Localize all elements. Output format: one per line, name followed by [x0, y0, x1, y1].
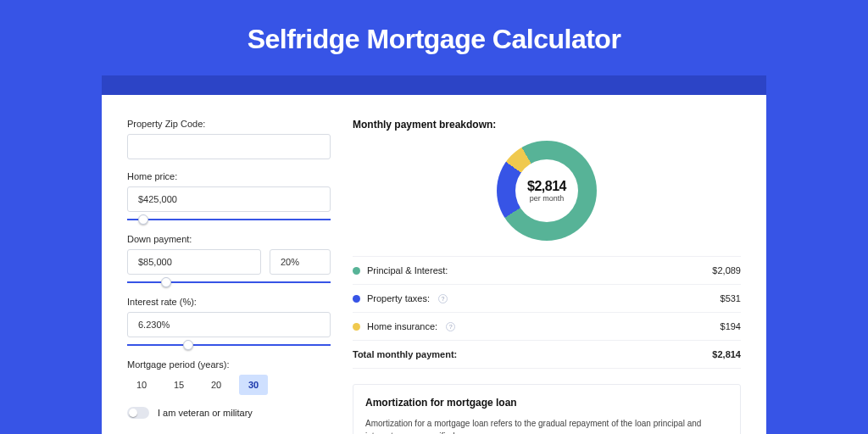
- down-payment-pct-input[interactable]: [270, 249, 331, 275]
- amortization-title: Amortization for mortgage loan: [365, 397, 728, 409]
- card-shadow-strip: [102, 75, 766, 96]
- legend-value: $531: [721, 293, 741, 303]
- breakdown-title: Monthly payment breakdown:: [353, 119, 741, 131]
- page-title: Selfridge Mortgage Calculator: [0, 0, 868, 75]
- interest-rate-slider[interactable]: [127, 339, 331, 351]
- legend-row: Home insurance:?$194: [353, 313, 741, 341]
- down-payment-input[interactable]: [127, 249, 261, 275]
- legend-dot: [353, 323, 360, 331]
- interest-rate-input[interactable]: [127, 312, 331, 337]
- period-option-20[interactable]: 20: [202, 375, 231, 395]
- info-icon[interactable]: ?: [438, 294, 448, 303]
- info-icon[interactable]: ?: [446, 322, 455, 331]
- legend: Principal & Interest:$2,089Property taxe…: [353, 256, 741, 369]
- period-option-30[interactable]: 30: [239, 375, 268, 395]
- legend-label: Home insurance:: [367, 321, 437, 331]
- down-payment-label: Down payment:: [127, 234, 331, 244]
- home-price-input[interactable]: [127, 186, 331, 212]
- home-price-label: Home price:: [127, 171, 331, 181]
- amortization-body: Amortization for a mortgage loan refers …: [365, 417, 728, 434]
- inputs-column: Property Zip Code: Home price: Down paym…: [127, 119, 331, 434]
- amortization-box: Amortization for mortgage loan Amortizat…: [353, 384, 741, 434]
- donut-amount: $2,814: [527, 179, 566, 194]
- down-payment-slider[interactable]: [127, 276, 331, 288]
- legend-label: Principal & Interest:: [367, 265, 448, 275]
- veteran-toggle[interactable]: [127, 407, 149, 419]
- legend-total-label: Total monthly payment:: [353, 349, 457, 359]
- calculator-card: Property Zip Code: Home price: Down paym…: [102, 95, 766, 434]
- zip-label: Property Zip Code:: [127, 119, 331, 129]
- breakdown-column: Monthly payment breakdown: $2,814 per mo…: [353, 119, 741, 434]
- interest-rate-slider-thumb[interactable]: [183, 340, 193, 350]
- legend-value: $194: [721, 321, 741, 331]
- legend-total-row: Total monthly payment:$2,814: [353, 341, 741, 369]
- down-payment-slider-thumb[interactable]: [161, 277, 171, 287]
- legend-label: Property taxes:: [367, 293, 430, 303]
- period-option-15[interactable]: 15: [164, 375, 193, 395]
- legend-dot: [353, 295, 360, 303]
- donut-chart-wrap: $2,814 per month: [353, 141, 741, 241]
- legend-row: Property taxes:?$531: [353, 285, 741, 313]
- period-label: Mortgage period (years):: [127, 359, 331, 370]
- veteran-label: I am veteran or military: [158, 408, 253, 418]
- legend-value: $2,089: [712, 265, 741, 275]
- home-price-slider[interactable]: [127, 214, 331, 225]
- legend-row: Principal & Interest:$2,089: [353, 257, 741, 285]
- period-options: 10152030: [127, 375, 331, 395]
- interest-rate-label: Interest rate (%):: [127, 297, 331, 307]
- home-price-slider-thumb[interactable]: [138, 214, 148, 225]
- donut-chart: $2,814 per month: [497, 141, 597, 241]
- zip-input[interactable]: [127, 134, 331, 159]
- legend-dot: [353, 267, 360, 275]
- donut-sublabel: per month: [530, 194, 565, 203]
- legend-total-value: $2,814: [712, 349, 741, 359]
- period-option-10[interactable]: 10: [127, 375, 156, 395]
